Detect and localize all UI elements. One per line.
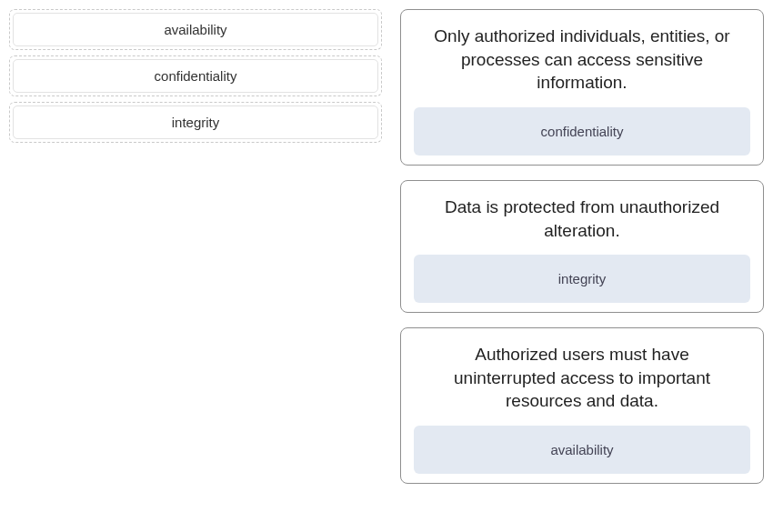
drop-slot-answer: confidentiality	[541, 124, 624, 139]
source-terms-column: availability confidentiality integrity	[9, 9, 382, 484]
drop-slot[interactable]: availability	[414, 426, 750, 474]
drag-item-label: confidentiality	[13, 59, 378, 93]
drop-slot-answer: integrity	[558, 271, 607, 286]
matching-exercise: availability confidentiality integrity O…	[9, 9, 764, 484]
definition-card: Authorized users must have uninterrupted…	[400, 327, 764, 484]
definition-text: Data is protected from unauthorized alte…	[414, 192, 750, 255]
drag-item[interactable]: availability	[9, 9, 382, 50]
drop-slot[interactable]: integrity	[414, 255, 750, 303]
drag-item[interactable]: confidentiality	[9, 55, 382, 96]
definition-text: Only authorized individuals, entities, o…	[414, 21, 750, 107]
definition-card: Only authorized individuals, entities, o…	[400, 9, 764, 166]
drag-item[interactable]: integrity	[9, 102, 382, 143]
definition-card: Data is protected from unauthorized alte…	[400, 180, 764, 313]
definitions-column: Only authorized individuals, entities, o…	[400, 9, 764, 484]
drop-slot[interactable]: confidentiality	[414, 107, 750, 156]
drop-slot-answer: availability	[550, 442, 613, 457]
drag-item-label: integrity	[13, 105, 378, 139]
definition-text: Authorized users must have uninterrupted…	[414, 339, 750, 426]
drag-item-label: availability	[13, 13, 378, 46]
